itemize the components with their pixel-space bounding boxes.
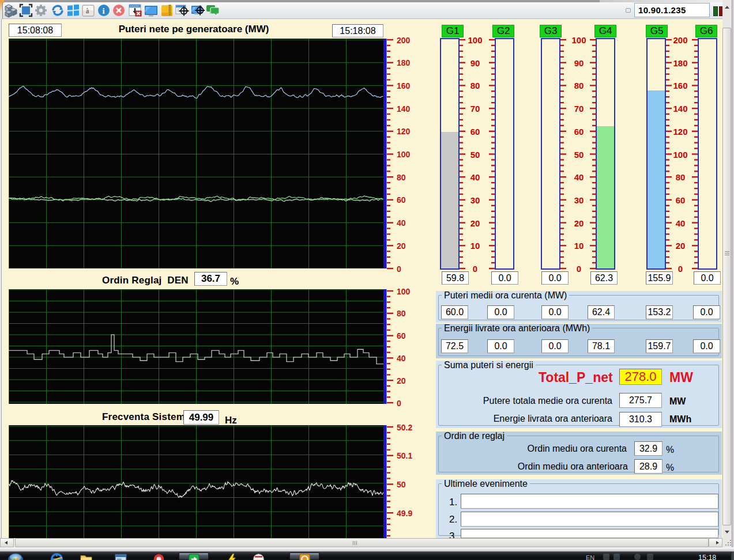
svg-text:140: 140 — [397, 104, 411, 113]
svg-text:160: 160 — [673, 81, 687, 90]
svg-text:10: 10 — [574, 241, 584, 251]
svg-text:50: 50 — [397, 480, 406, 489]
svg-text:90: 90 — [470, 58, 480, 68]
svg-text:0: 0 — [397, 399, 401, 408]
svg-text:80: 80 — [397, 173, 406, 182]
svg-text:60: 60 — [470, 127, 480, 137]
svg-text:180: 180 — [673, 58, 687, 68]
svg-text:70: 70 — [574, 104, 584, 113]
svg-text:100: 100 — [468, 35, 482, 45]
svg-text:49.9: 49.9 — [397, 509, 412, 518]
svg-text:30: 30 — [470, 195, 480, 205]
svg-text:200: 200 — [673, 35, 687, 45]
svg-text:40: 40 — [676, 218, 686, 228]
svg-text:180: 180 — [397, 58, 411, 67]
svg-text:120: 120 — [397, 127, 411, 136]
svg-text:40: 40 — [470, 172, 480, 182]
svg-text:90: 90 — [574, 58, 584, 68]
svg-text:160: 160 — [397, 81, 411, 90]
svg-text:0: 0 — [678, 264, 683, 274]
svg-text:40: 40 — [397, 354, 406, 363]
svg-text:0: 0 — [397, 264, 401, 274]
svg-text:60: 60 — [574, 127, 584, 137]
svg-text:60: 60 — [676, 195, 686, 205]
svg-text:100: 100 — [397, 287, 411, 296]
svg-text:50: 50 — [470, 150, 480, 160]
svg-text:0: 0 — [577, 264, 581, 274]
svg-text:50.2: 50.2 — [397, 423, 412, 432]
svg-text:0: 0 — [473, 264, 477, 274]
svg-text:120: 120 — [673, 127, 687, 137]
svg-text:40: 40 — [574, 172, 584, 182]
svg-text:20: 20 — [397, 376, 406, 385]
svg-text:20: 20 — [470, 218, 480, 228]
svg-text:100: 100 — [571, 35, 586, 45]
svg-text:70: 70 — [470, 104, 480, 113]
svg-text:20: 20 — [676, 241, 686, 251]
svg-text:200: 200 — [397, 36, 411, 45]
svg-text:100: 100 — [397, 150, 411, 159]
svg-text:140: 140 — [673, 104, 687, 113]
svg-text:80: 80 — [574, 81, 584, 90]
svg-text:20: 20 — [397, 241, 406, 251]
svg-text:50.1: 50.1 — [397, 451, 412, 460]
svg-text:80: 80 — [397, 309, 406, 318]
svg-text:80: 80 — [470, 81, 480, 90]
svg-text:40: 40 — [397, 218, 406, 228]
svg-text:60: 60 — [397, 331, 406, 340]
svg-text:80: 80 — [676, 172, 686, 182]
svg-text:50: 50 — [574, 150, 584, 160]
svg-text:à: à — [86, 7, 89, 15]
svg-text:20: 20 — [574, 218, 584, 228]
svg-text:i: i — [102, 6, 104, 16]
svg-text:30: 30 — [574, 195, 584, 205]
svg-text:10: 10 — [470, 241, 480, 251]
svg-text:60: 60 — [397, 195, 406, 205]
svg-text:100: 100 — [673, 150, 687, 160]
